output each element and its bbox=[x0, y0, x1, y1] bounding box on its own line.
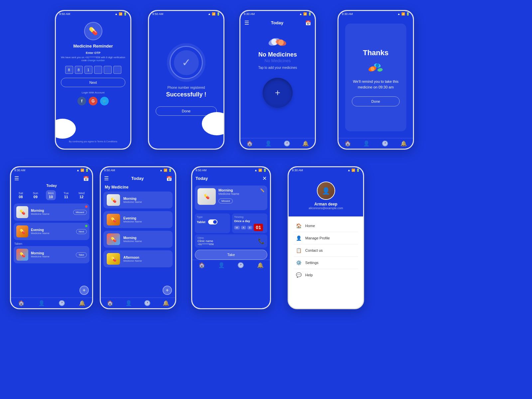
bell-nav-icon-5[interactable]: 🔔 bbox=[79, 300, 85, 306]
otp-box-2[interactable]: 8 bbox=[75, 66, 83, 74]
next-button[interactable]: Next bbox=[61, 78, 125, 87]
fab-add-button[interactable]: + bbox=[79, 286, 89, 295]
bottom-nav-5: 🏠 👤 🕐 🔔 bbox=[11, 298, 92, 308]
edit-icon-7[interactable]: ✏️ bbox=[260, 188, 265, 193]
calendar-icon-5[interactable]: 📅 bbox=[83, 176, 89, 181]
fab-add-button-6[interactable]: + bbox=[163, 286, 172, 295]
otp-box-4[interactable] bbox=[94, 66, 102, 74]
my-med-img-2: 💊 bbox=[107, 214, 120, 225]
calendar-icon-6[interactable]: 📅 bbox=[166, 176, 172, 181]
timing-section: Timeing Once a day M A E 01 bbox=[232, 213, 267, 233]
day-sun[interactable]: Sun 09 bbox=[31, 190, 40, 200]
person-nav-icon-7[interactable]: 👤 bbox=[218, 262, 225, 268]
next-badge[interactable]: Next bbox=[76, 229, 87, 234]
avatar-face: 👤 bbox=[318, 182, 334, 199]
home-nav-icon-5[interactable]: 🏠 bbox=[18, 300, 25, 306]
day-mon[interactable]: Mon 10 bbox=[46, 190, 56, 200]
history-nav-icon-4[interactable]: 🕐 bbox=[382, 140, 388, 147]
person-nav-icon-4[interactable]: 👤 bbox=[363, 140, 370, 147]
my-med-info-1: Morning Medicine Name bbox=[123, 197, 142, 203]
day-tue[interactable]: Tue 11 bbox=[62, 190, 70, 200]
signal-icon-8: ▲ bbox=[347, 169, 350, 172]
status-bar-4: 9:30 AM ▲ 📶 🔋 bbox=[338, 11, 413, 17]
menu-item-settings[interactable]: ⚙️ Settings bbox=[294, 257, 358, 269]
home-nav-icon-4[interactable]: 🏠 bbox=[344, 140, 351, 147]
signal-icon-3: ▲ bbox=[299, 12, 302, 16]
otp-description: We have sent you on +91*******658 with 6… bbox=[61, 56, 125, 62]
close-icon-7[interactable]: ✕ bbox=[262, 175, 267, 182]
wifi-icon-6: 📶 bbox=[164, 169, 167, 172]
history-nav-icon-5[interactable]: 🕐 bbox=[59, 300, 65, 306]
hamburger-icon-6[interactable]: ☰ bbox=[104, 175, 109, 182]
person-nav-icon-5[interactable]: 👤 bbox=[38, 300, 45, 306]
history-nav-icon-7[interactable]: 🕐 bbox=[237, 262, 244, 268]
p3-today-title: Today bbox=[271, 20, 283, 25]
calendar-icon-3[interactable]: 📅 bbox=[305, 20, 311, 26]
phone-icon-clinic[interactable]: 📞 bbox=[258, 238, 265, 244]
detail-time-label: Morning bbox=[218, 188, 239, 192]
bell-nav-icon-3[interactable]: 🔔 bbox=[302, 140, 309, 147]
phone-menu: 9:30 AM ▲ 📶 🔋 👤 Arman deep aliconnors@ex… bbox=[288, 166, 364, 309]
settings-menu-label: Settings bbox=[305, 261, 319, 265]
my-med-afternoon-1[interactable]: 💊 Afternoon Medicine Name bbox=[103, 250, 173, 267]
bell-nav-icon-7[interactable]: 🔔 bbox=[257, 262, 264, 268]
social-login-group: f G 🐦 bbox=[77, 97, 109, 105]
bell-nav-icon-6[interactable]: 🔔 bbox=[163, 300, 169, 306]
otp-box-1[interactable]: 8 bbox=[65, 66, 73, 74]
detail-med-img: 💊 bbox=[198, 188, 216, 205]
otp-box-3[interactable]: 1 bbox=[84, 66, 92, 74]
person-nav-icon-3[interactable]: 👤 bbox=[265, 140, 272, 147]
clinic-section: Clinic Clinic name +91*******658 📞 bbox=[195, 234, 267, 248]
settings-menu-icon: ⚙️ bbox=[295, 260, 302, 265]
home-nav-icon-7[interactable]: 🏠 bbox=[199, 262, 205, 268]
status-bar-3: 9:30 AM ▲ 📶 🔋 bbox=[240, 11, 315, 17]
signal-icon-5: ▲ bbox=[76, 169, 79, 172]
wifi-icon-5: 📶 bbox=[80, 169, 84, 172]
taken-badge[interactable]: Take bbox=[76, 252, 87, 257]
wifi-icon-4: 📶 bbox=[401, 12, 405, 16]
plus-icon: + bbox=[275, 87, 280, 98]
my-med-img-4: 💊 bbox=[107, 253, 120, 265]
twitter-login-button[interactable]: 🐦 bbox=[100, 97, 109, 105]
battery-icon-6: 🔋 bbox=[168, 169, 172, 172]
facebook-login-button[interactable]: f bbox=[77, 97, 86, 105]
my-med-morning-1[interactable]: 💊 Morning Medicine Name bbox=[103, 192, 173, 208]
add-medicine-button[interactable]: + bbox=[263, 78, 293, 108]
my-med-morning-2[interactable]: 💊 Morning Medicine Name bbox=[103, 231, 173, 248]
contact-menu-icon: 📋 bbox=[295, 248, 302, 253]
otp-box-6[interactable] bbox=[113, 66, 121, 74]
detail-med-top: 💊 Morning Medicine Name ✏️ Missed bbox=[198, 188, 265, 205]
signal-icon-6: ▲ bbox=[160, 169, 163, 172]
home-nav-icon-3[interactable]: 🏠 bbox=[246, 140, 253, 147]
google-login-button[interactable]: G bbox=[89, 97, 97, 105]
history-nav-icon-6[interactable]: 🕐 bbox=[144, 300, 151, 306]
change-number-link[interactable]: change number bbox=[87, 59, 105, 62]
day-sat[interactable]: Sat 08 bbox=[17, 190, 25, 200]
bell-nav-icon-4[interactable]: 🔔 bbox=[400, 140, 407, 147]
signal-icon: ▲ bbox=[115, 12, 118, 16]
missed-badge[interactable]: Missed bbox=[73, 210, 87, 215]
evening-med-info: Evening Medicine Name bbox=[31, 228, 76, 235]
hamburger-icon-5[interactable]: ☰ bbox=[14, 175, 19, 182]
type-section: Type Tablet bbox=[195, 213, 230, 233]
hamburger-icon-3[interactable]: ☰ bbox=[244, 20, 249, 26]
menu-item-contact[interactable]: 📋 Contact us bbox=[294, 244, 358, 257]
phone-otp: 9:50 AM ▲ 📶 🔋 💊 Medicine Reminder Enter … bbox=[55, 10, 131, 150]
take-button[interactable]: Take bbox=[195, 250, 267, 260]
home-nav-icon-6[interactable]: 🏠 bbox=[107, 300, 113, 306]
tablet-toggle[interactable] bbox=[208, 219, 217, 224]
history-nav-icon-3[interactable]: 🕐 bbox=[284, 140, 290, 147]
otp-box-5[interactable] bbox=[104, 66, 112, 74]
person-nav-icon-6[interactable]: 👤 bbox=[125, 300, 132, 306]
bottom-nav-4: 🏠 👤 🕐 🔔 bbox=[338, 138, 413, 149]
menu-item-home[interactable]: 🏠 Home bbox=[294, 220, 358, 232]
contact-menu-label: Contact us bbox=[305, 248, 323, 252]
otp-input-group: 8 8 1 bbox=[65, 66, 121, 74]
menu-item-help[interactable]: 💬 Help bbox=[294, 269, 358, 281]
done-button-p4[interactable]: Done bbox=[352, 96, 400, 106]
day-wed[interactable]: Wed 12 bbox=[76, 190, 86, 200]
my-med-evening-1[interactable]: 💊 Evening Medicine Name bbox=[103, 211, 173, 228]
signal-icon-7: ▲ bbox=[254, 169, 257, 172]
menu-item-profile[interactable]: 👤 Manage Profile bbox=[294, 232, 358, 244]
phone-thanks: 9:30 AM ▲ 📶 🔋 Thanks W bbox=[337, 10, 414, 150]
